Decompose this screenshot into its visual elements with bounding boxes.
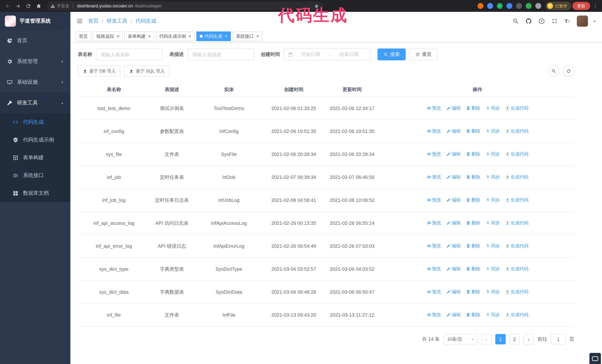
page-button-1[interactable]: 1 xyxy=(495,334,506,344)
extension-puzzle-icon[interactable] xyxy=(535,3,541,9)
action-generate-code[interactable]: 生成代码 xyxy=(505,197,528,204)
action-preview[interactable]: 预览 xyxy=(427,242,441,250)
action-edit[interactable]: 编辑 xyxy=(446,219,461,227)
action-sync[interactable]: 同步 xyxy=(485,311,500,319)
action-delete[interactable]: 删除 xyxy=(466,265,480,273)
tab-codegen[interactable]: 代码生成× xyxy=(196,31,231,41)
action-edit[interactable]: 编辑 xyxy=(446,288,461,296)
action-generate-code[interactable]: 生成代码 xyxy=(505,128,528,135)
sidebar-subitem-form-builder[interactable]: 表单构建 xyxy=(0,149,70,167)
action-sync[interactable]: 同步 xyxy=(485,151,500,158)
github-icon[interactable] xyxy=(525,18,532,24)
action-delete[interactable]: 删除 xyxy=(466,242,480,250)
action-delete[interactable]: 删除 xyxy=(466,128,480,135)
extension-leaf-icon[interactable] xyxy=(526,3,532,9)
profile-paused-badge[interactable]: 已暂停 xyxy=(546,2,571,10)
extension-card-icon[interactable] xyxy=(516,3,522,9)
action-delete[interactable]: 删除 xyxy=(466,174,480,181)
action-edit[interactable]: 编辑 xyxy=(446,265,461,273)
page-button-2[interactable]: 2 xyxy=(509,334,520,344)
action-preview[interactable]: 预览 xyxy=(427,128,441,135)
search-icon[interactable] xyxy=(512,18,519,24)
goto-page-input[interactable] xyxy=(551,334,566,344)
import-db-button[interactable]: 基于 DB 导入 xyxy=(78,65,121,77)
action-generate-code[interactable]: 生成代码 xyxy=(505,242,528,250)
back-button[interactable] xyxy=(3,1,12,10)
bookmark-star-icon[interactable] xyxy=(314,3,319,9)
next-page-button[interactable]: › xyxy=(524,334,534,344)
table-desc-input[interactable] xyxy=(187,49,254,60)
close-tab-icon[interactable]: × xyxy=(189,34,191,39)
action-generate-code[interactable]: 生成代码 xyxy=(505,265,528,273)
tab-codegen-example[interactable]: 代码生成示例× xyxy=(156,31,194,41)
action-preview[interactable]: 预览 xyxy=(427,174,441,181)
refresh-table-button[interactable] xyxy=(563,65,574,77)
app-logo[interactable]: 芋道管理系统 xyxy=(0,12,70,30)
sidebar-item-infrastructure[interactable]: 基础设施▼ xyxy=(0,72,70,93)
action-delete[interactable]: 删除 xyxy=(466,197,480,204)
extension-people-icon[interactable] xyxy=(506,3,512,9)
chrome-menu-icon[interactable]: ⋮ xyxy=(592,3,599,9)
sidebar-item-home[interactable]: 首页 xyxy=(0,30,70,51)
chat-widget[interactable] xyxy=(589,353,601,364)
action-sync[interactable]: 同步 xyxy=(485,104,500,112)
close-tab-icon[interactable]: × xyxy=(148,34,151,39)
home-button[interactable] xyxy=(34,1,43,10)
tab-api[interactable]: 系统接口× xyxy=(233,31,262,41)
breadcrumb-item[interactable]: 首页 xyxy=(88,18,98,24)
fullscreen-icon[interactable] xyxy=(551,18,558,24)
sidebar-item-system[interactable]: 系统管理▼ xyxy=(0,51,70,72)
action-delete[interactable]: 删除 xyxy=(466,311,480,319)
action-sync[interactable]: 同步 xyxy=(485,288,500,296)
font-size-icon[interactable]: TT xyxy=(564,18,571,24)
tab-form-builder[interactable]: 表单构建× xyxy=(124,31,154,41)
action-generate-code[interactable]: 生成代码 xyxy=(505,104,528,112)
action-sync[interactable]: 同步 xyxy=(485,219,500,227)
action-edit[interactable]: 编辑 xyxy=(446,174,461,181)
prev-page-button[interactable]: ‹ xyxy=(481,334,492,344)
extension-green-check-icon[interactable]: ✓ xyxy=(497,3,503,9)
close-tab-icon[interactable]: × xyxy=(256,34,259,39)
action-sync[interactable]: 同步 xyxy=(485,128,500,135)
action-preview[interactable]: 预览 xyxy=(427,151,441,158)
action-delete[interactable]: 删除 xyxy=(466,219,480,227)
action-edit[interactable]: 编辑 xyxy=(446,311,461,319)
toggle-search-button[interactable] xyxy=(548,65,559,77)
table-name-input[interactable] xyxy=(96,49,163,60)
action-delete[interactable]: 删除 xyxy=(466,104,480,112)
action-preview[interactable]: 预览 xyxy=(427,197,441,204)
action-delete[interactable]: 删除 xyxy=(466,151,480,158)
sidebar-subitem-codegen-example[interactable]: 代码生成示例 xyxy=(0,131,70,149)
sidebar-subitem-codegen[interactable]: 代码生成 xyxy=(0,113,70,131)
action-generate-code[interactable]: 生成代码 xyxy=(505,151,528,158)
action-generate-code[interactable]: 生成代码 xyxy=(505,288,528,296)
action-edit[interactable]: 编辑 xyxy=(446,197,461,204)
breadcrumb-item[interactable]: 代码生成 xyxy=(136,18,156,24)
close-tab-icon[interactable]: × xyxy=(117,34,119,39)
tab-home[interactable]: 首页 xyxy=(75,31,91,41)
action-preview[interactable]: 预览 xyxy=(427,104,441,112)
action-edit[interactable]: 编辑 xyxy=(446,104,461,112)
action-edit[interactable]: 编辑 xyxy=(446,128,461,135)
action-preview[interactable]: 预览 xyxy=(427,311,441,319)
sidebar-subitem-api[interactable]: 系统接口 xyxy=(0,167,70,184)
action-edit[interactable]: 编辑 xyxy=(446,151,461,158)
extension-blue-drop-icon[interactable] xyxy=(487,3,493,9)
action-preview[interactable]: 预览 xyxy=(427,265,441,273)
sidebar-toggle-icon[interactable] xyxy=(76,18,83,24)
sidebar-subitem-db-doc[interactable]: 数据库文档 xyxy=(0,184,70,202)
action-preview[interactable]: 预览 xyxy=(427,219,441,227)
action-sync[interactable]: 同步 xyxy=(485,174,500,181)
chrome-update-button[interactable]: 更新 xyxy=(572,2,590,10)
action-sync[interactable]: 同步 xyxy=(485,242,500,250)
avatar-dropdown-caret[interactable] xyxy=(593,21,596,24)
import-sql-button[interactable]: 基于 SQL 导入 xyxy=(124,65,170,77)
action-generate-code[interactable]: 生成代码 xyxy=(505,311,528,319)
action-edit[interactable]: 编辑 xyxy=(446,242,461,250)
forward-button[interactable] xyxy=(13,1,22,10)
action-preview[interactable]: 预览 xyxy=(427,288,441,296)
breadcrumb-item[interactable]: 研发工具 xyxy=(107,18,128,24)
action-generate-code[interactable]: 生成代码 xyxy=(505,219,528,227)
help-icon[interactable]: ? xyxy=(538,18,545,24)
user-avatar[interactable] xyxy=(577,16,588,27)
